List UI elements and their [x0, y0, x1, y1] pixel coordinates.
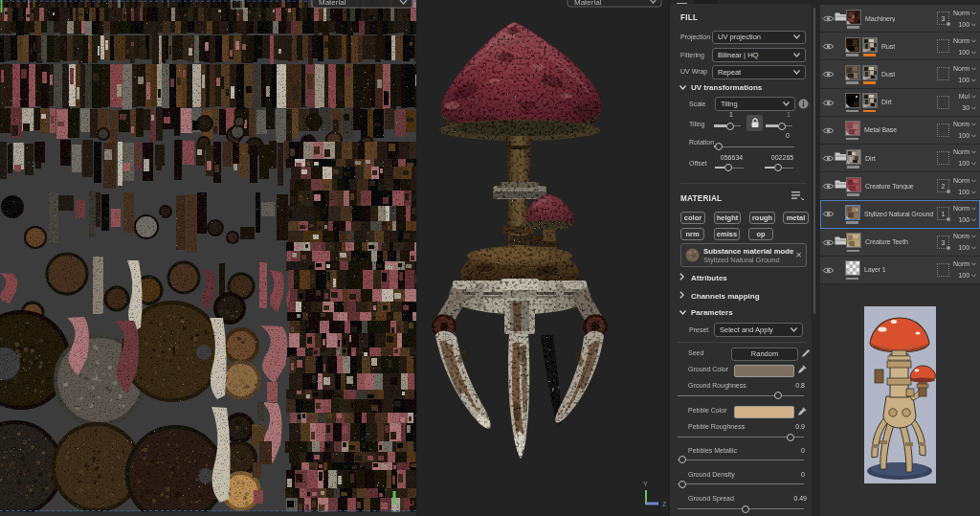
- svg-text:Z: Z: [662, 501, 667, 507]
- svg-text:Y: Y: [643, 481, 648, 487]
- svg-text:Material: Material: [574, 0, 602, 7]
- svg-text:Material: Material: [319, 0, 346, 7]
- svg-text:U: U: [409, 499, 414, 507]
